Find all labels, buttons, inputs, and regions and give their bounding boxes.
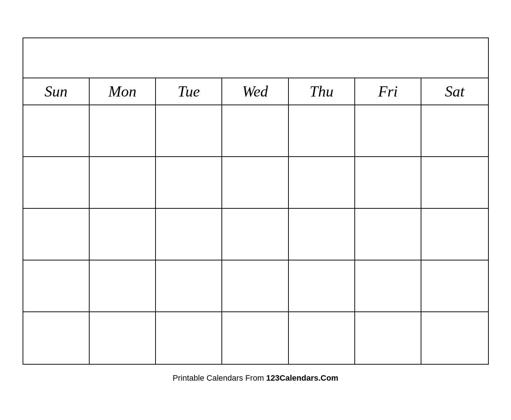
calendar-cell[interactable] (23, 312, 90, 364)
day-header-thu: Thu (289, 78, 355, 105)
calendar-cell[interactable] (90, 105, 156, 156)
calendar-cell[interactable] (156, 209, 222, 260)
calendar-header (23, 38, 488, 78)
calendar-cell[interactable] (289, 105, 355, 156)
calendar-cell[interactable] (421, 157, 488, 208)
calendar-cell[interactable] (90, 260, 156, 311)
calendar-cell[interactable] (355, 260, 421, 311)
calendar-cell[interactable] (90, 312, 156, 364)
day-header-mon: Mon (90, 78, 156, 105)
footer-bold-text: 123Calendars.Com (266, 373, 338, 382)
days-header: Sun Mon Tue Wed Thu Fri Sat (23, 78, 488, 105)
day-header-tue: Tue (156, 78, 222, 105)
calendar-week-3 (23, 209, 488, 260)
page-wrapper: Sun Mon Tue Wed Thu Fri Sat (15, 30, 496, 390)
calendar-week-4 (23, 260, 488, 312)
footer-plain-text: Printable Calendars From (173, 373, 266, 382)
calendar-cell[interactable] (156, 260, 222, 311)
calendar-cell[interactable] (156, 312, 222, 364)
calendar-cell[interactable] (289, 157, 355, 208)
calendar-cell[interactable] (421, 260, 488, 311)
calendar-container: Sun Mon Tue Wed Thu Fri Sat (23, 38, 489, 365)
day-header-fri: Fri (355, 78, 421, 105)
day-header-sat: Sat (421, 78, 488, 105)
calendar-cell[interactable] (289, 260, 355, 311)
footer: Printable Calendars From 123Calendars.Co… (23, 373, 489, 383)
calendar-cell[interactable] (23, 157, 90, 208)
day-header-wed: Wed (222, 78, 288, 105)
calendar-cell[interactable] (90, 209, 156, 260)
calendar-cell[interactable] (222, 157, 288, 208)
calendar-cell[interactable] (156, 157, 222, 208)
calendar-cell[interactable] (421, 312, 488, 364)
calendar-cell[interactable] (355, 105, 421, 156)
calendar-cell[interactable] (23, 260, 90, 311)
calendar-cell[interactable] (355, 312, 421, 364)
calendar-cell[interactable] (222, 312, 288, 364)
day-header-sun: Sun (23, 78, 90, 105)
calendar-cell[interactable] (289, 312, 355, 364)
calendar-week-2 (23, 157, 488, 209)
calendar-cell[interactable] (222, 260, 288, 311)
calendar-grid (23, 105, 488, 364)
calendar-cell[interactable] (23, 209, 90, 260)
calendar-week-1 (23, 105, 488, 157)
calendar-cell[interactable] (355, 157, 421, 208)
calendar-cell[interactable] (23, 105, 90, 156)
calendar-week-5 (23, 312, 488, 364)
calendar-cell[interactable] (421, 209, 488, 260)
calendar-cell[interactable] (289, 209, 355, 260)
calendar-cell[interactable] (90, 157, 156, 208)
calendar-cell[interactable] (156, 105, 222, 156)
calendar-cell[interactable] (421, 105, 488, 156)
calendar-cell[interactable] (355, 209, 421, 260)
calendar-cell[interactable] (222, 105, 288, 156)
calendar-cell[interactable] (222, 209, 288, 260)
